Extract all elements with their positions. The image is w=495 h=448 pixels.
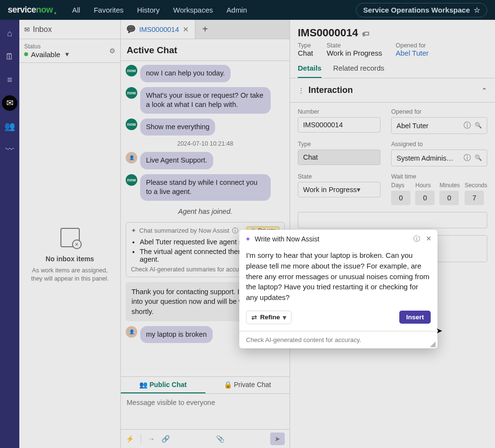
now-assist-popup: Write with Now Assist I'm sorry to hear … bbox=[239, 230, 437, 348]
popup-footnote: Check AI-generated content for accuracy. bbox=[246, 336, 361, 343]
close-icon[interactable] bbox=[426, 235, 432, 243]
refine-button[interactable]: Refine bbox=[246, 311, 291, 324]
sparkle-icon bbox=[245, 235, 251, 243]
resize-grip-icon[interactable] bbox=[430, 342, 436, 347]
insert-button[interactable]: Insert bbox=[399, 311, 431, 324]
popup-title: Write with Now Assist bbox=[255, 235, 320, 243]
modal-overlay bbox=[0, 0, 495, 448]
info-icon[interactable] bbox=[413, 235, 420, 243]
popup-body: I'm sorry to hear that your laptop is br… bbox=[239, 248, 437, 309]
cursor-icon: ➤ bbox=[436, 326, 442, 335]
